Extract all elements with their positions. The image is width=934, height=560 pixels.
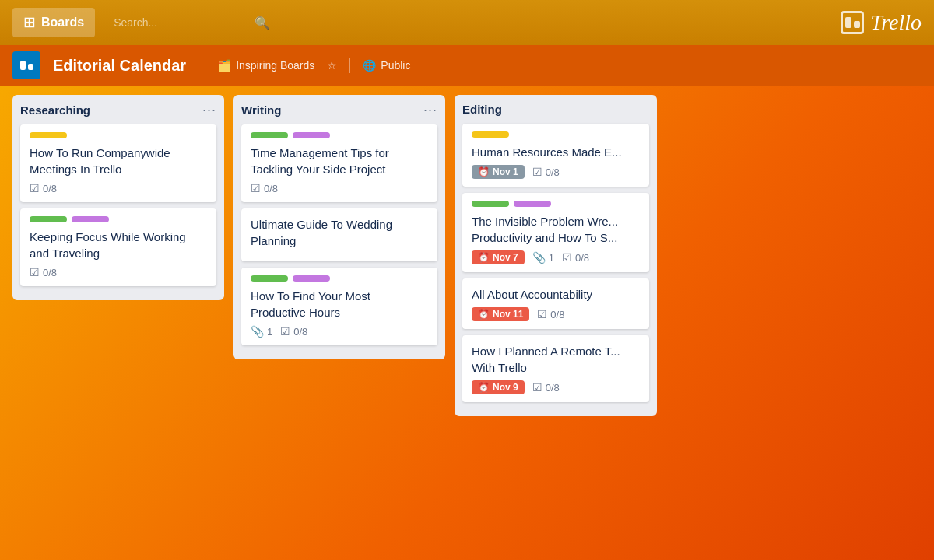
team-label: Inspiring Boards [236,59,314,72]
checklist-count: 0/8 [575,252,589,264]
card-keeping-focus[interactable]: Keeping Focus While Working and Travelin… [20,208,216,286]
date-label: Nov 7 [493,252,518,263]
card-productive-hours[interactable]: How To Find Your Most Productive Hours 📎… [241,268,437,345]
checklist-badge: ☑ 0/8 [251,182,278,194]
attachment-count: 1 [549,252,554,264]
board-icon [12,51,40,79]
label-green [30,216,67,222]
checklist-badge: ☑ 0/8 [532,166,560,178]
visibility-button[interactable]: 🌐 Public [363,59,410,72]
label-yellow [30,132,67,138]
column-menu-researching[interactable]: ··· [202,103,216,117]
card-human-resources[interactable]: Human Resources Made E... ⏰ Nov 1 ☑ 0/8 [462,124,649,187]
checklist-count: 0/8 [293,326,307,338]
card-labels [472,201,640,207]
card-footer: ☑ 0/8 [30,266,207,278]
checklist-count: 0/8 [43,183,57,194]
header-divider [205,58,205,73]
card-title: How To Find Your Most Productive Hours [251,288,428,320]
team-icon: 🗂️ [218,59,231,72]
label-purple [514,201,551,207]
attachment-icon: 📎 [532,251,546,264]
card-title: How I Planned A Remote T... With Trello [472,343,640,376]
card-invisible-problem[interactable]: The Invisible Problem Wre... Productivit… [462,193,649,272]
card-footer: ⏰ Nov 7 📎 1 ☑ 0/8 [472,250,640,264]
board-header: Editorial Calendar 🗂️ Inspiring Boards ☆… [0,45,934,86]
card-footer: ⏰ Nov 1 ☑ 0/8 [472,165,640,179]
column-researching: Researching ··· How To Run Companywide M… [12,95,224,300]
boards-label: Boards [41,16,84,30]
checklist-count: 0/8 [546,166,560,178]
card-title: The Invisible Problem Wre... Productivit… [472,213,640,246]
card-footer: 📎 1 ☑ 0/8 [251,325,428,338]
board-title: Editorial Calendar [53,57,186,75]
card-footer: ☑ 0/8 [30,182,207,194]
card-companywide-meetings[interactable]: How To Run Companywide Meetings In Trell… [20,124,216,202]
boards-grid-icon: ⊞ [23,14,35,31]
trello-logo-icon [841,11,864,34]
card-labels [30,216,207,222]
card-footer: ☑ 0/8 [251,182,428,194]
top-navbar: ⊞ Boards 🔍 Trello [0,0,934,45]
card-accountability[interactable]: All About Accountability ⏰ Nov 11 ☑ 0/8 [462,278,649,329]
card-title: Keeping Focus While Working and Travelin… [30,229,207,261]
clock-icon: ⏰ [478,309,490,320]
boards-button[interactable]: ⊞ Boards [12,8,95,37]
checklist-count: 0/8 [550,309,564,320]
checklist-icon: ☑ [532,381,542,394]
checklist-count: 0/8 [43,267,57,278]
date-label: Nov 11 [493,309,523,320]
label-green [251,275,288,282]
card-labels [30,132,207,138]
label-purple [72,216,109,222]
card-remote-trip[interactable]: How I Planned A Remote T... With Trello … [462,335,649,402]
label-green [472,201,509,207]
label-purple [293,275,330,282]
column-editing: Editing Human Resources Made E... ⏰ Nov … [455,95,657,416]
star-icon: ☆ [327,59,337,72]
card-title: How To Run Companywide Meetings In Trell… [30,145,207,177]
label-purple [293,132,330,138]
checklist-icon: ☑ [280,325,290,338]
label-yellow [472,131,509,138]
clock-icon: ⏰ [478,166,490,177]
date-badge: ⏰ Nov 7 [472,250,525,264]
globe-icon: 🌐 [363,59,376,72]
attachment-icon: 📎 [251,325,264,338]
checklist-badge: ☑ 0/8 [537,308,564,320]
team-link[interactable]: 🗂️ Inspiring Boards [218,59,314,72]
date-label: Nov 1 [493,166,518,177]
column-menu-writing[interactable]: ··· [423,103,437,117]
attachment-badge: 📎 1 [532,251,554,264]
checklist-badge: ☑ 0/8 [562,251,589,264]
checklist-badge: ☑ 0/8 [30,266,57,278]
card-footer: ⏰ Nov 9 ☑ 0/8 [472,380,640,394]
nav-left: ⊞ Boards 🔍 [12,8,278,37]
column-title-editing: Editing [462,103,502,116]
card-labels [251,275,428,282]
card-footer: ⏰ Nov 11 ☑ 0/8 [472,307,640,321]
visibility-label: Public [381,59,410,72]
star-button[interactable]: ☆ [327,59,337,72]
card-time-management[interactable]: Time Management Tips for Tackling Your S… [241,124,437,202]
column-title-writing: Writing [241,103,281,117]
card-labels [472,131,640,138]
column-header-editing: Editing [462,103,649,116]
checklist-icon: ☑ [532,166,542,178]
column-title-researching: Researching [20,103,90,117]
search-input[interactable] [104,11,278,34]
card-title: All About Accountability [472,286,640,303]
date-label: Nov 9 [493,382,518,393]
checklist-count: 0/8 [264,183,278,194]
label-green [251,132,288,138]
checklist-icon: ☑ [562,251,572,264]
card-wedding-planning[interactable]: Ultimate Guide To Wedding Planning [241,208,437,261]
date-badge: ⏰ Nov 9 [472,380,525,394]
attachment-badge: 📎 1 [251,325,272,338]
search-wrapper: 🔍 [104,11,278,34]
checklist-icon: ☑ [30,182,40,194]
checklist-icon: ☑ [537,308,547,320]
board-meta: 🗂️ Inspiring Boards ☆ 🌐 Public [205,58,410,73]
card-title: Ultimate Guide To Wedding Planning [251,216,428,249]
board-content: Researching ··· How To Run Companywide M… [0,86,934,560]
